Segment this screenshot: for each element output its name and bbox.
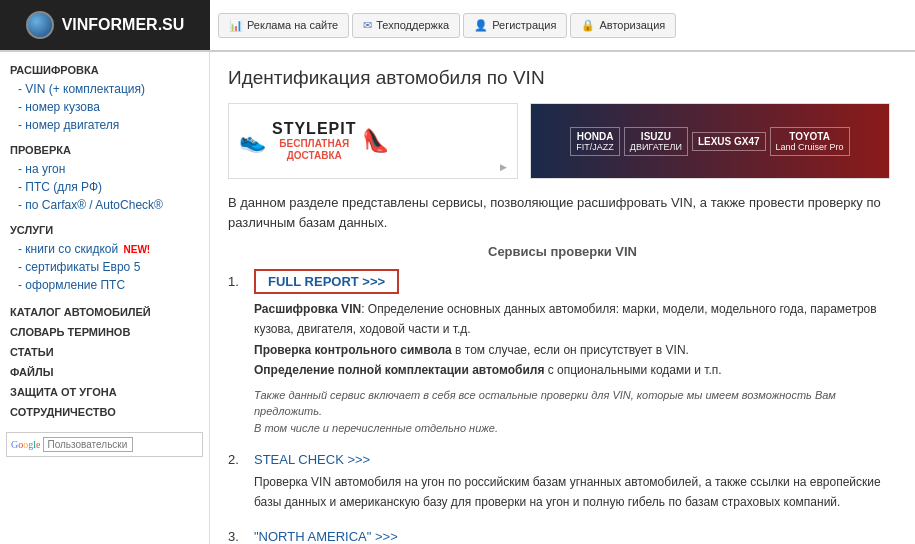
sidebar-item-engine[interactable]: - номер двигателя <box>0 116 209 134</box>
service-1-header: 1. FULL REPORT >>> <box>228 269 897 294</box>
sidebar-item-pts-reg[interactable]: - оформление ПТС <box>0 276 209 294</box>
service-2-header: 2. STEAL CHECK >>> <box>228 452 897 467</box>
sidebar-section-decode: РАСШИФРОВКА - VIN (+ комплектация) - ном… <box>0 60 209 134</box>
content-area: Идентификация автомобиля по VIN 👟 STYLEP… <box>210 52 915 544</box>
sidebar-link-files[interactable]: ФАЙЛЫ <box>0 362 209 382</box>
google-search-input[interactable] <box>43 437 133 452</box>
new-badge: NEW! <box>124 244 151 255</box>
register-label: Регистрация <box>492 19 556 31</box>
lexus-brand: LEXUS GX47 <box>698 136 760 147</box>
service-2-desc: Проверка VIN автомобиля на угон по росси… <box>254 472 897 513</box>
logo-text: VINFORMER.SU <box>62 16 185 34</box>
description-text: В данном разделе представлены сервисы, п… <box>228 193 897 232</box>
banner-ad-indicator: ▶ <box>500 162 507 172</box>
sidebar-item-euro5[interactable]: - сертификаты Евро 5 <box>0 258 209 276</box>
isuzu-brand: ISUZU <box>630 131 682 142</box>
service-2-num: 2. <box>228 452 246 467</box>
service-3-num: 3. <box>228 529 246 544</box>
sidebar-section-title-services: УСЛУГИ <box>0 220 209 240</box>
banner-cars[interactable]: HONDA FIT/JAZZ ISUZU ДВИГАТЕЛИ LEXUS GX4… <box>530 103 890 179</box>
nav-tab-ads[interactable]: 📊 Реклама на сайте <box>218 13 349 38</box>
banner-car-lexus: LEXUS GX47 <box>692 132 766 151</box>
sidebar-item-body[interactable]: - номер кузова <box>0 98 209 116</box>
sidebar: РАСШИФРОВКА - VIN (+ комплектация) - ном… <box>0 52 210 544</box>
steal-check-link[interactable]: STEAL CHECK >>> <box>254 452 370 467</box>
sidebar-link-protection[interactable]: ЗАЩИТА ОТ УГОНА <box>0 382 209 402</box>
north-america-link[interactable]: "NORTH AMERICA" >>> <box>254 529 398 544</box>
google-logo: Google <box>11 439 40 450</box>
service-2: → 2. STEAL CHECK >>> Проверка VIN автомо… <box>228 452 897 513</box>
honda-brand: HONDA <box>576 131 614 142</box>
google-search-box: Google <box>6 432 203 457</box>
logo-globe <box>26 11 54 39</box>
sidebar-item-vin[interactable]: - VIN (+ комплектация) <box>0 80 209 98</box>
register-icon: 👤 <box>474 19 488 32</box>
auth-icon: 🔒 <box>581 19 595 32</box>
nav-tab-support[interactable]: ✉ Техподдержка <box>352 13 460 38</box>
sidebar-link-articles[interactable]: СТАТЬИ <box>0 342 209 362</box>
sidebar-section-check: ПРОВЕРКА - на угон - ПТС (для РФ) - по C… <box>0 140 209 214</box>
sidebar-link-cooperation[interactable]: СОТРУДНИЧЕСТВО <box>0 402 209 422</box>
service-3-header: 3. "NORTH AMERICA" >>> <box>228 529 897 544</box>
logo-area: VINFORMER.SU <box>0 0 210 50</box>
support-icon: ✉ <box>363 19 372 32</box>
nav-tab-auth[interactable]: 🔒 Авторизация <box>570 13 676 38</box>
shoe-icon-right: 👠 <box>362 128 389 154</box>
nav-tab-register[interactable]: 👤 Регистрация <box>463 13 567 38</box>
isuzu-model: ДВИГАТЕЛИ <box>630 142 682 152</box>
toyota-brand: TOYOTA <box>776 131 844 142</box>
nav-tabs: 📊 Реклама на сайте ✉ Техподдержка 👤 Реги… <box>210 0 676 50</box>
main-layout: РАСШИФРОВКА - VIN (+ комплектация) - ном… <box>0 52 915 544</box>
sidebar-link-glossary[interactable]: СЛОВАРЬ ТЕРМИНОВ <box>0 322 209 342</box>
sidebar-section-title-check: ПРОВЕРКА <box>0 140 209 160</box>
stylepit-info: STYLEPIT БЕСПЛАТНАЯДОСТАВКА <box>272 120 356 162</box>
banner-row: 👟 STYLEPIT БЕСПЛАТНАЯДОСТАВКА 👠 ▶ HONDA … <box>228 103 897 179</box>
shoe-icon-left: 👟 <box>239 128 266 154</box>
stylepit-sub: БЕСПЛАТНАЯДОСТАВКА <box>272 138 356 162</box>
banner-car-toyota: TOYOTA Land Cruiser Pro <box>770 127 850 156</box>
ads-label: Реклама на сайте <box>247 19 338 31</box>
service-3: 3. "NORTH AMERICA" >>> Проверка истории … <box>228 529 897 544</box>
stylepit-name: STYLEPIT <box>272 120 356 138</box>
sidebar-link-catalog[interactable]: КАТАЛОГ АВТОМОБИЛЕЙ <box>0 302 209 322</box>
banner-car-honda: HONDA FIT/JAZZ <box>570 127 620 156</box>
sidebar-item-carfax[interactable]: - по Carfax® / AutoCheck® <box>0 196 209 214</box>
banner-car-isuzu: ISUZU ДВИГАТЕЛИ <box>624 127 688 156</box>
service-1-note: Также данный сервис включает в себя все … <box>254 387 897 437</box>
sidebar-links: КАТАЛОГ АВТОМОБИЛЕЙ СЛОВАРЬ ТЕРМИНОВ СТА… <box>0 302 209 422</box>
support-label: Техподдержка <box>376 19 449 31</box>
sidebar-item-stolen[interactable]: - на угон <box>0 160 209 178</box>
service-1-desc: Расшифровка VIN: Определение основных да… <box>254 299 897 381</box>
banner-shoes-visual: 👟 STYLEPIT БЕСПЛАТНАЯДОСТАВКА 👠 <box>239 120 389 162</box>
service-1: 1. FULL REPORT >>> Расшифровка VIN: Опре… <box>228 269 897 436</box>
services-label: Сервисы проверки VIN <box>228 244 897 259</box>
sidebar-item-pts[interactable]: - ПТС (для РФ) <box>0 178 209 196</box>
honda-model: FIT/JAZZ <box>576 142 614 152</box>
service-1-num: 1. <box>228 274 246 289</box>
ads-icon: 📊 <box>229 19 243 32</box>
header: VINFORMER.SU 📊 Реклама на сайте ✉ Техпод… <box>0 0 915 52</box>
sidebar-section-title-decode: РАСШИФРОВКА <box>0 60 209 80</box>
page-title: Идентификация автомобиля по VIN <box>228 67 897 89</box>
full-report-link[interactable]: FULL REPORT >>> <box>268 274 385 289</box>
sidebar-item-books[interactable]: - книги со скидкой NEW! <box>0 240 209 258</box>
auth-label: Авторизация <box>599 19 665 31</box>
toyota-model: Land Cruiser Pro <box>776 142 844 152</box>
banner-stylepit[interactable]: 👟 STYLEPIT БЕСПЛАТНАЯДОСТАВКА 👠 ▶ <box>228 103 518 179</box>
sidebar-section-services: УСЛУГИ - книги со скидкой NEW! - сертифи… <box>0 220 209 294</box>
service-1-link-box[interactable]: FULL REPORT >>> <box>254 269 399 294</box>
